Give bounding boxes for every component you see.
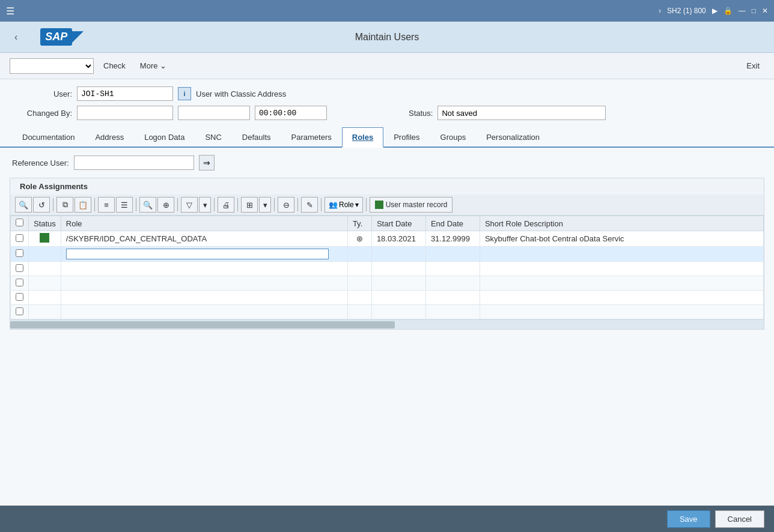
separator-6 [237,198,238,211]
tab-profiles[interactable]: Profiles [383,127,430,147]
row5-role [61,291,347,305]
table-row [11,291,764,305]
back-button[interactable]: ‹ [10,29,22,45]
minimize-icon[interactable]: — [739,7,746,15]
grid-dropdown-button[interactable]: ▾ [259,197,271,213]
row2-end-date-cell [425,247,480,262]
tab-documentation[interactable]: Documentation [12,127,85,147]
row6-checkbox[interactable] [16,307,23,315]
filter-dropdown-button[interactable]: ▾ [199,197,211,213]
print-button[interactable]: 🖨 [218,197,234,213]
row2-checkbox[interactable] [16,249,23,257]
tab-logon-data[interactable]: Logon Data [134,127,195,147]
table-row: /SKYBFR/IDD_CAN_CENTRAL_ODATA ⊛ 18.03.20… [11,231,764,247]
row1-checkbox-cell [11,231,29,247]
row1-description-cell: Skybuffer Chat-bot Central oData Servic [480,231,763,247]
ref-user-search-button[interactable]: ⇒ [199,155,215,171]
tab-defaults[interactable]: Defaults [232,127,281,147]
user-label: User: [12,89,72,98]
refresh-button[interactable]: ↺ [33,197,50,213]
row4-start [371,276,425,291]
add-row-button[interactable]: ⊕ [157,197,174,213]
separator-5 [214,198,215,211]
col-role: Role [61,216,347,231]
chevron-right-icon[interactable]: › [659,7,661,15]
row3-checkbox[interactable] [16,264,23,272]
row3-start [371,262,425,276]
find-button[interactable]: 🔍 [139,197,156,213]
col-end-date: End Date [425,216,480,231]
row4-type [347,276,371,291]
row6-status [29,305,61,319]
toolbar-dropdown[interactable] [10,58,94,74]
row5-checkbox[interactable] [16,293,23,301]
classic-address-label: User with Classic Address [196,89,286,98]
row2-start-date-cell [371,247,425,262]
row6-start [371,305,425,319]
paste-button[interactable]: 📋 [75,197,91,213]
tabs-container: Documentation Address Logon Data SNC Def… [0,127,774,148]
changed-by-time-input[interactable] [255,106,327,120]
row1-start-date-cell: 18.03.2021 [371,231,425,247]
separator-9 [321,198,321,211]
status-input[interactable] [437,106,606,120]
tab-roles[interactable]: Roles [342,127,383,148]
tab-address[interactable]: Address [85,127,134,147]
role-assignments-toolbar: 🔍 ↺ ⧉ 📋 ≡ ☰ 🔍 ⊕ ▽ ▾ 🖨 ⊞ ▾ ⊖ [10,195,764,216]
copy-button[interactable]: ⧉ [56,197,73,213]
separator-10 [366,198,367,211]
save-button[interactable]: Save [667,510,710,528]
separator-8 [297,198,298,211]
row2-role-cell[interactable] [61,247,347,262]
more-chevron-icon: ⌄ [160,61,166,70]
user-input[interactable] [77,86,173,101]
play-icon[interactable]: ▶ [712,7,718,15]
tab-groups[interactable]: Groups [430,127,477,147]
table-horizontal-scrollbar[interactable] [10,319,764,329]
hamburger-icon[interactable]: ☰ [6,5,14,17]
changed-by-date-input[interactable] [178,106,250,120]
user-master-record-button[interactable]: User master record [370,197,453,213]
tab-personalization[interactable]: Personalization [476,127,550,147]
title-bar: ☰ › SH2 (1) 800 ▶ 🔒 — □ ✕ [0,0,774,22]
row1-checkbox[interactable] [16,234,23,242]
role-chevron-icon: ▾ [355,201,359,209]
row2-description-cell [480,247,763,262]
ref-user-input[interactable] [74,156,194,170]
edit-button[interactable]: ✎ [301,197,318,213]
changed-by-input[interactable] [77,106,173,120]
row6-end [425,305,480,319]
footer: Save Cancel [0,506,774,532]
grid-button[interactable]: ⊞ [241,197,258,213]
col-description: Short Role Description [480,216,763,231]
exit-button[interactable]: Exit [742,59,764,73]
align-left-button[interactable]: ≡ [98,197,115,213]
table-scrollbar-thumb [10,321,395,328]
page-title: Maintain Users [355,32,419,43]
role-table: Status Role Ty. Start Date End Date Shor… [10,216,764,319]
lock-icon[interactable]: 🔒 [724,7,733,15]
tab-snc[interactable]: SNC [195,127,231,147]
maximize-icon[interactable]: □ [752,7,756,15]
row1-type-icon: ⊛ [356,234,363,243]
check-button[interactable]: Check [99,59,130,73]
tab-parameters[interactable]: Parameters [281,127,342,147]
row2-status-cell [29,247,61,262]
more-button[interactable]: More ⌄ [135,59,171,73]
sap-logo: SAP [40,28,84,46]
separator-4 [177,198,178,211]
cancel-button[interactable]: Cancel [715,510,764,528]
roles-content: Reference User: ⇒ Role Assignments 🔍 ↺ ⧉… [0,148,774,522]
filter-button[interactable]: ▽ [181,197,198,213]
select-all-checkbox[interactable] [16,219,23,226]
info-button[interactable]: i [178,87,191,100]
role-dropdown-button[interactable]: 👥 Role ▾ [325,197,363,213]
minus-button[interactable]: ⊖ [278,197,294,213]
zoom-button[interactable]: 🔍 [15,197,32,213]
row2-role-input[interactable] [66,249,329,259]
col-type: Ty. [347,216,371,231]
close-icon[interactable]: ✕ [762,7,768,15]
row4-checkbox[interactable] [16,279,23,286]
align-center-button[interactable]: ☰ [116,197,133,213]
sap-header: ‹ SAP Maintain Users [0,22,774,53]
